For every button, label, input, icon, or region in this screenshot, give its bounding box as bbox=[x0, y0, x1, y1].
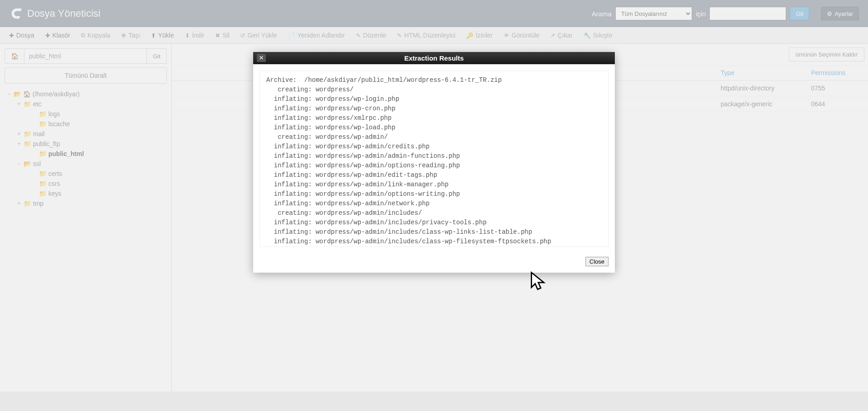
modal-title: Extraction Results bbox=[404, 54, 464, 62]
extraction-output[interactable]: Archive: /home/askdiyar/public_html/word… bbox=[259, 71, 609, 247]
close-icon: ✕ bbox=[259, 55, 264, 61]
modal-close-button[interactable]: Close bbox=[585, 257, 609, 266]
modal-close-x[interactable]: ✕ bbox=[257, 54, 266, 62]
extraction-results-modal: ✕ Extraction Results Archive: /home/askd… bbox=[253, 52, 615, 273]
modal-overlay: ✕ Extraction Results Archive: /home/askd… bbox=[0, 0, 868, 392]
modal-header: ✕ Extraction Results bbox=[253, 52, 615, 64]
